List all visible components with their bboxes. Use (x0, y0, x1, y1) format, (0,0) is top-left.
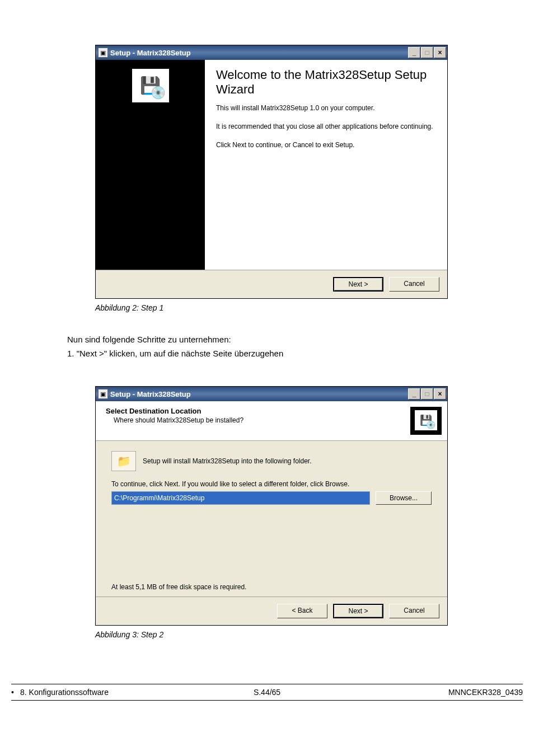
page-footer: •8. Konfigurationssoftware S.44/65 MNNCE… (11, 684, 523, 701)
footer-left: 8. Konfigurationssoftware (20, 688, 109, 697)
next-button[interactable]: Next > (333, 604, 383, 618)
window-title: Setup - Matrix328Setup (110, 390, 407, 398)
figure-caption: Abbildung 2: Step 1 (95, 303, 506, 312)
button-row: < Back Next > Cancel (96, 597, 447, 625)
wizard2-subtitle: Where should Matrix328Setup be installed… (114, 416, 410, 424)
wizard2-banner: 💾 💿 (410, 407, 442, 435)
installer-icon: 💾 💿 (414, 409, 438, 431)
close-button[interactable]: × (434, 388, 446, 400)
app-icon: ▣ (98, 389, 108, 399)
wizard2-line: Setup will install Matrix328Setup into t… (143, 457, 312, 465)
minimize-button[interactable]: _ (408, 47, 420, 58)
titlebar: ▣ Setup - Matrix328Setup _ □ × (96, 387, 447, 401)
footer-center: S.44/65 (182, 688, 353, 697)
maximize-button: □ (421, 47, 433, 58)
button-row: Next > Cancel (96, 270, 447, 298)
cancel-button[interactable]: Cancel (389, 277, 439, 292)
folder-icon: 📁 (111, 451, 136, 471)
next-button[interactable]: Next > (333, 277, 383, 292)
wizard-text: This will install Matrix328Setup 1.0 on … (216, 104, 437, 113)
close-button[interactable]: × (434, 47, 446, 58)
installer-icon: 💾 💿 (131, 68, 170, 104)
wizard-side-banner: 💾 💿 (96, 60, 205, 270)
wizard2-window: ▣ Setup - Matrix328Setup _ □ × Select De… (95, 386, 448, 626)
wizard-heading: Welcome to the Matrix328Setup Setup Wiza… (216, 68, 437, 97)
minimize-button[interactable]: _ (408, 388, 420, 400)
list-item: 1. "Next >" klicken, um auf die nächste … (67, 349, 506, 358)
app-icon: ▣ (98, 48, 108, 58)
browse-button[interactable]: Browse... (376, 491, 432, 505)
titlebar: ▣ Setup - Matrix328Setup _ □ × (96, 45, 447, 60)
wizard2-header: Select Destination Location Where should… (96, 401, 447, 441)
wizard1-window: ▣ Setup - Matrix328Setup _ □ × 💾 💿 Welco… (95, 45, 448, 299)
footer-right: MNNCEKR328_0439 (352, 688, 523, 697)
wizard-text: Click Next to continue, or Cancel to exi… (216, 140, 437, 150)
install-path-input[interactable] (111, 491, 370, 505)
figure-caption: Abbildung 3: Step 2 (95, 630, 506, 639)
window-title: Setup - Matrix328Setup (110, 49, 407, 57)
wizard-text: It is recommended that you close all oth… (216, 122, 437, 132)
maximize-button: □ (421, 388, 433, 400)
cancel-button[interactable]: Cancel (389, 604, 439, 618)
wizard2-title: Select Destination Location (106, 407, 410, 415)
back-button[interactable]: < Back (277, 604, 327, 618)
disk-space-text: At least 5,1 MB of free disk space is re… (111, 583, 432, 591)
body-paragraph: Nun sind folgende Schritte zu unternehme… (67, 335, 506, 344)
wizard2-line: To continue, click Next. If you would li… (111, 480, 432, 488)
